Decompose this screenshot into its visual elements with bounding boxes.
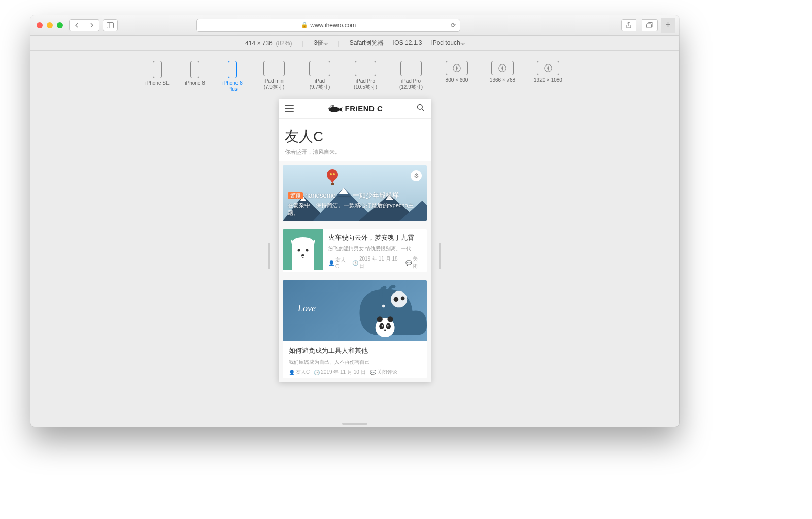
titlebar: 🔒 www.ihewro.com ⟳ + (30, 15, 679, 36)
pin-badge: 置顶 (288, 192, 303, 199)
post-meta: 👤 友人C 🕒 2019 年 11 月 18 日 💬 关闭 (328, 255, 422, 270)
clock-icon: 🕒 2019 年 11 月 10 日 (314, 369, 365, 376)
device-option[interactable]: iPhone SE (143, 61, 172, 92)
clock-icon: 🕒 2019 年 11 月 18 日 (352, 255, 401, 270)
svg-point-24 (306, 249, 309, 252)
author-icon: 👤 友人C (289, 369, 310, 376)
device-option[interactable]: iPad (9.7英寸) (301, 61, 338, 92)
svg-point-31 (377, 317, 383, 322)
svg-point-25 (301, 254, 304, 256)
svg-point-36 (387, 325, 389, 327)
svg-point-21 (333, 173, 335, 175)
pixel-ratio-dropdown[interactable]: 3倍 (314, 39, 328, 47)
svg-point-20 (330, 173, 332, 175)
url-text: www.ihewro.com (310, 22, 356, 29)
device-option[interactable]: iPad Pro (12.9英寸) (393, 61, 429, 92)
forward-button[interactable] (84, 19, 99, 31)
nav-back-forward (69, 19, 99, 31)
window-controls (37, 22, 63, 28)
svg-point-37 (384, 330, 386, 331)
balloon-icon (326, 169, 339, 186)
site-logo[interactable]: FRiEND C (328, 104, 383, 114)
simulated-viewport: FRiEND C 友人C 你若盛开，清风自来。 (279, 99, 431, 382)
post-card[interactable]: 火车驶向云外，梦安魂于九霄 纷飞的滥情男女 情仇爱恨别离。一代 👤 友人C 🕒 … (283, 229, 427, 272)
featured-title: handsome —— 一如少年般模样 (305, 191, 399, 199)
svg-point-35 (382, 325, 383, 327)
lock-icon: 🔒 (301, 22, 308, 28)
device-option[interactable]: iPad mini (7.9英寸) (256, 61, 292, 92)
svg-point-27 (394, 297, 398, 302)
post-meta: 👤 友人C 🕒 2019 年 11 月 10 日 💬 关闭评论 (289, 369, 421, 376)
post-title: 如何避免成为工具人和其他 (289, 346, 421, 355)
search-icon[interactable] (417, 104, 425, 113)
featured-post[interactable]: ⚙ 置顶handsome —— 一如少年般模样 在复杂中，保持简洁。一款精心打磨… (283, 165, 427, 221)
author-icon: 👤 友人C (328, 256, 348, 269)
svg-point-7 (329, 107, 340, 112)
post-cover: Love (283, 280, 427, 341)
svg-point-29 (382, 305, 385, 308)
svg-rect-3 (647, 24, 652, 28)
featured-subtitle: 在复杂中，保持简洁。一款精心打磨后的typecho主题。 (288, 202, 422, 217)
menu-icon[interactable] (285, 105, 294, 112)
site-tagline: 你若盛开，清风自来。 (285, 148, 425, 156)
comment-icon: 💬 关闭评论 (370, 369, 397, 376)
svg-point-32 (387, 317, 393, 322)
zoom-window-button[interactable] (57, 22, 63, 28)
resize-handle-bottom[interactable] (342, 423, 367, 425)
svg-point-23 (298, 249, 300, 252)
device-option[interactable]: 1366 × 768 (484, 61, 521, 92)
device-option[interactable]: iPhone 8 Plus (218, 61, 247, 92)
svg-point-26 (391, 291, 407, 307)
comment-icon: 💬 关闭 (405, 255, 422, 270)
site-title: 友人C (285, 127, 425, 146)
reload-button[interactable]: ⟳ (451, 22, 456, 29)
responsive-canvas: FRiEND C 友人C 你若盛开，清风自来。 (30, 96, 679, 420)
site-navbar: FRiEND C (279, 99, 431, 119)
device-option[interactable]: iPad Pro (10.5英寸) (347, 61, 384, 92)
safari-window: 🔒 www.ihewro.com ⟳ + 414 × 736 (82%) | 3… (30, 15, 679, 427)
device-picker: iPhone SEiPhone 8iPhone 8 PlusiPad mini … (30, 51, 679, 96)
cover-text: Love (298, 303, 316, 314)
svg-point-10 (418, 105, 423, 110)
post-card[interactable]: Love 如何避免成为工具人和其他 我们应该成为自己、人不再伤害自己 👤 友人C… (283, 280, 427, 378)
resize-handle-right[interactable] (439, 243, 441, 269)
user-agent-dropdown[interactable]: Safari浏览器 — iOS 12.1.3 — iPod touch (350, 39, 464, 47)
device-option[interactable]: iPhone 8 (181, 61, 209, 92)
url-bar[interactable]: 🔒 www.ihewro.com ⟳ (196, 19, 460, 32)
svg-point-28 (401, 297, 405, 301)
hero: 友人C 你若盛开，清风自来。 (279, 119, 431, 161)
back-button[interactable] (69, 19, 84, 31)
toolbar-right (618, 19, 658, 31)
sidebar-toggle-button[interactable] (103, 19, 118, 31)
post-excerpt: 我们应该成为自己、人不再伤害自己 (289, 359, 421, 366)
device-option[interactable]: 1920 × 1080 (530, 61, 566, 92)
svg-point-19 (327, 169, 338, 180)
device-option[interactable]: 800 × 600 (438, 61, 475, 92)
gear-icon[interactable]: ⚙ (411, 170, 422, 181)
close-window-button[interactable] (37, 22, 43, 28)
resize-handle-left[interactable] (268, 243, 270, 269)
svg-rect-0 (107, 22, 114, 28)
post-title: 火车驶向云外，梦安魂于九霄 (328, 233, 422, 242)
new-tab-button[interactable]: + (661, 18, 675, 33)
svg-rect-22 (331, 183, 334, 185)
share-button[interactable] (621, 19, 636, 31)
post-thumbnail (283, 229, 323, 270)
viewport-size[interactable]: 414 × 736 (82%) (245, 40, 292, 47)
minimize-window-button[interactable] (47, 22, 53, 28)
tabs-button[interactable] (642, 19, 658, 31)
svg-line-11 (422, 109, 424, 111)
post-excerpt: 纷飞的滥情男女 情仇爱恨别离。一代 (328, 245, 422, 252)
responsive-info-bar: 414 × 736 (82%) | 3倍 | Safari浏览器 — iOS 1… (30, 36, 679, 51)
